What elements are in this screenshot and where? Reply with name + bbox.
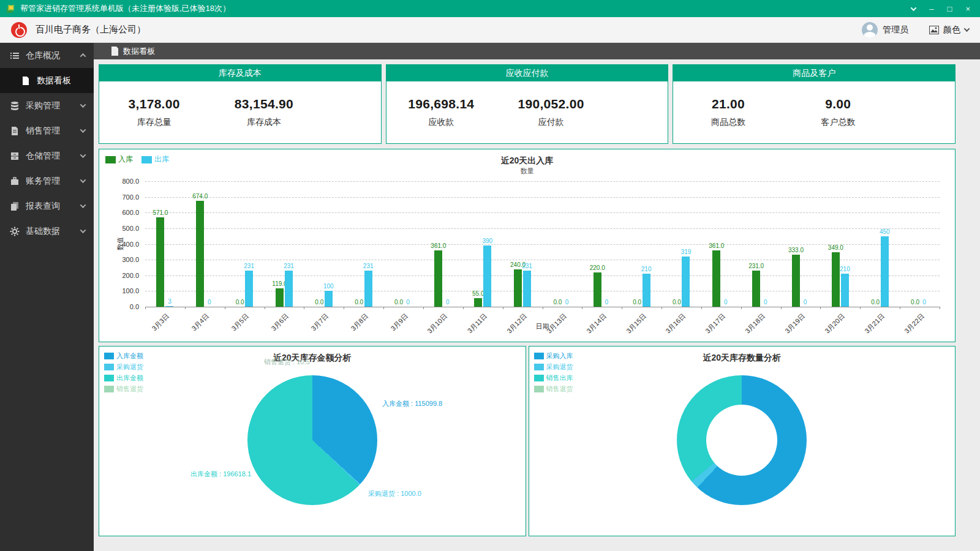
sidebar-item-data-dashboard[interactable]: 数据看板 (0, 68, 94, 93)
bar-inbound (196, 201, 204, 307)
x-tick-mark (741, 307, 742, 309)
bar-value-label: 361.0 (709, 242, 724, 249)
bar-value-label: 0.0 (236, 299, 244, 305)
x-tick-mark (820, 307, 821, 309)
amount-pie (247, 375, 377, 505)
sidebar-item-warehouse-overview[interactable]: 仓库概况 (0, 43, 94, 68)
amount-pie-title: 近20天库存金额分析 (99, 353, 526, 364)
bar-value-label: 231 (284, 263, 294, 269)
sidebar-item-warehouse-mgmt[interactable]: 仓储管理 (0, 143, 94, 168)
donut-hole (706, 405, 777, 476)
bar-outbound (682, 257, 690, 307)
bar-inbound (832, 252, 840, 307)
bar-value-label: 450 (880, 228, 890, 235)
legend-label: 采购退货 (546, 362, 573, 372)
card-title: 库存及成本 (99, 65, 381, 81)
sidebar-item-sales[interactable]: 销售管理 (0, 118, 94, 143)
sidebar-item-accounting[interactable]: 账务管理 (0, 168, 94, 193)
legend-item[interactable]: 销售出库 (534, 373, 573, 383)
card-title: 应收应付款 (386, 65, 668, 81)
bar-value-label: 571.0 (153, 209, 168, 216)
database-icon (10, 101, 20, 111)
gridline (145, 181, 940, 182)
stat-payable: 190,052.00 应付款 (496, 81, 606, 143)
bar-value-label: 361.0 (431, 242, 446, 249)
tabbar: 数据看板 (94, 43, 980, 59)
legend-item[interactable]: 出库金额 (104, 373, 143, 383)
chevron-down-icon (80, 227, 86, 233)
gridline (145, 260, 940, 260)
bar-outbound (483, 246, 491, 307)
bar-value-label: 0 (804, 299, 807, 305)
bar-inbound (514, 269, 522, 307)
bar-value-label: 0 (208, 299, 211, 305)
sidebar-item-base-data[interactable]: 基础数据 (0, 219, 94, 244)
bar-value-label: 3 (168, 298, 172, 305)
bar-outbound (165, 306, 173, 307)
chevron-down-icon (80, 177, 86, 183)
x-tick-mark (622, 307, 622, 309)
close-button[interactable]: × (965, 5, 970, 13)
bar-inbound (712, 250, 720, 307)
y-tick-label: 200.0 (122, 272, 139, 279)
bar-value-label: 0.0 (394, 299, 403, 305)
stat-inventory-cost: 83,154.90 库存成本 (209, 81, 318, 143)
bar-inbound (474, 298, 482, 307)
gridline (145, 212, 940, 213)
app-logo-icon (6, 4, 16, 13)
y-tick-label: 700.0 (122, 193, 139, 201)
legend-item[interactable]: 入库金额 (104, 351, 143, 361)
legend-label: 销售出库 (546, 373, 573, 383)
x-tick-mark (423, 307, 424, 309)
main-content: 库存及成本 3,178.00 库存总量 83,154.90 库存成本 应收应付款… (94, 59, 980, 551)
bar-outbound (841, 274, 849, 307)
user-menu[interactable]: 管理员 (862, 22, 908, 38)
bar-inbound (276, 288, 284, 307)
legend-item[interactable]: 采购退货 (534, 362, 573, 372)
bar-outbound (881, 236, 889, 307)
bar-yaxis: 0.0100.0200.0300.0400.0500.0600.0700.080… (99, 181, 142, 307)
company-logo-icon[interactable] (11, 22, 27, 38)
x-tick-mark (900, 307, 900, 309)
gear-icon (10, 227, 20, 236)
x-tick-mark (662, 307, 662, 309)
legend-item[interactable]: 销售退货 (104, 384, 143, 394)
titlebar-chevron-button[interactable] (911, 7, 916, 11)
x-axis-name: 日期 (535, 322, 549, 331)
tab-data-dashboard[interactable]: 数据看板 (105, 43, 161, 59)
bar-value-label: 0 (724, 299, 728, 305)
y-tick-label: 300.0 (122, 256, 139, 263)
legend-label: 销售退货 (546, 384, 573, 394)
legend-label: 采购入库 (546, 351, 573, 361)
color-theme-dropdown[interactable]: 颜色 (929, 24, 969, 36)
avatar (862, 22, 878, 38)
legend-item[interactable]: 采购入库 (534, 351, 573, 361)
x-tick-mark (383, 307, 384, 309)
bar-outbound (285, 271, 293, 307)
bar-value-label: 0 (406, 299, 410, 305)
y-tick-label: 100.0 (122, 287, 139, 294)
sidebar-item-purchase[interactable]: 采购管理 (0, 93, 94, 118)
quantity-pie-title: 近20天库存数量分析 (529, 353, 956, 364)
header: 百川电子商务（上海公司） 管理员 颜色 (0, 17, 980, 43)
bar-value-label: 100 (323, 283, 334, 290)
window-title: 帮管家进销存管理系统单机版（未注册体验版,已体验18次） (20, 3, 230, 14)
bar-outbound (364, 271, 372, 307)
minimize-button[interactable]: – (929, 5, 933, 13)
pie-charts-row: 近20天库存金额分析 入库金额采购退货出库金额销售退货 销售退货 : 10.5 … (99, 346, 956, 536)
bar-value-label: 0.0 (871, 299, 880, 305)
gridline (145, 228, 940, 229)
titlebar: 帮管家进销存管理系统单机版（未注册体验版,已体验18次） – □ × (0, 0, 980, 17)
card-inventory-cost: 库存及成本 3,178.00 库存总量 83,154.90 库存成本 (99, 64, 382, 144)
bar-inbound (434, 250, 442, 307)
gridline (145, 244, 940, 245)
picture-icon (929, 26, 939, 34)
x-tick-mark (185, 307, 186, 309)
legend-item[interactable]: 销售退货 (534, 384, 573, 394)
pie-slice-label-purchase-return: 采购退货 : 1000.0 (368, 489, 421, 498)
maximize-button[interactable]: □ (948, 5, 952, 13)
x-tick-mark (225, 307, 225, 309)
x-tick-mark (582, 307, 582, 309)
legend-item[interactable]: 采购退货 (104, 362, 143, 372)
sidebar-item-reports[interactable]: 报表查询 (0, 193, 94, 219)
